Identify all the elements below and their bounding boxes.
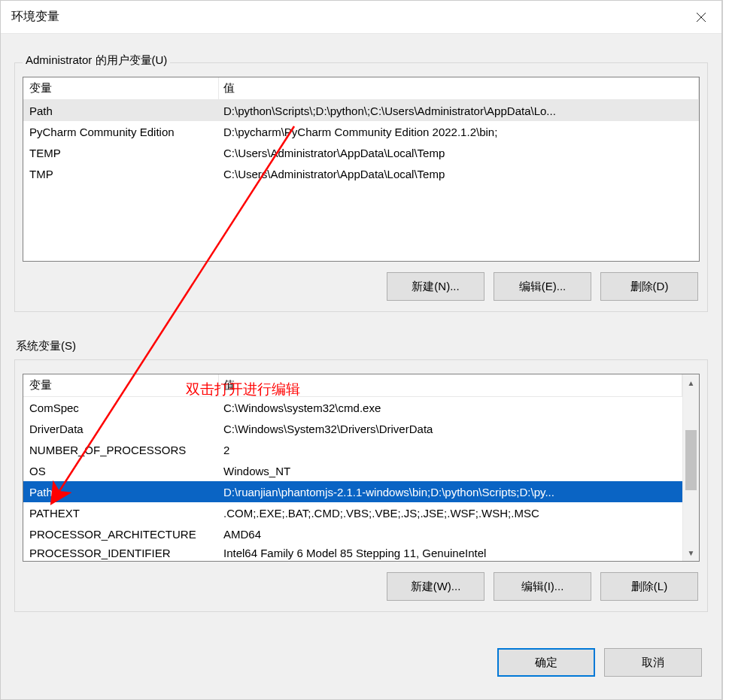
- var-value: Windows_NT: [219, 465, 682, 477]
- var-value: 2: [219, 444, 682, 456]
- var-name: Path: [23, 105, 219, 117]
- right-edge: [722, 0, 729, 700]
- scroll-track[interactable]: [683, 391, 699, 544]
- var-value: C:\Windows\system32\cmd.exe: [219, 402, 682, 414]
- table-row[interactable]: PyCharm Community Edition D:\pycharm\PyC…: [23, 121, 699, 142]
- var-name: PROCESSOR_IDENTIFIER: [23, 547, 219, 559]
- env-vars-dialog: 环境变量 Administrator 的用户变量(U) 变量 值 Path D:…: [0, 0, 722, 700]
- sys-vars-legend: 系统变量(S): [14, 339, 708, 353]
- table-row[interactable]: DriverData C:\Windows\System32\Drivers\D…: [23, 418, 682, 439]
- scroll-down-icon[interactable]: ▼: [683, 544, 699, 561]
- var-name: OS: [23, 465, 219, 477]
- sys-header-val[interactable]: 值: [219, 374, 682, 396]
- var-name: PATHEXT: [23, 507, 219, 520]
- var-name: ComSpec: [23, 402, 219, 414]
- user-vars-legend: Administrator 的用户变量(U): [23, 53, 170, 68]
- var-name: DriverData: [23, 423, 219, 435]
- table-row[interactable]: PATHEXT .COM;.EXE;.BAT;.CMD;.VBS;.VBE;.J…: [23, 502, 682, 523]
- sys-new-button[interactable]: 新建(W)...: [387, 572, 484, 601]
- var-name: PROCESSOR_ARCHITECTURE: [23, 528, 219, 541]
- sys-delete-button[interactable]: 删除(L): [600, 572, 698, 601]
- var-value: D:\python\Scripts\;D:\python\;C:\Users\A…: [219, 105, 699, 117]
- var-name: TEMP: [23, 147, 219, 159]
- dialog-buttons: 确定 取消: [14, 648, 708, 677]
- var-name: PyCharm Community Edition: [23, 126, 219, 138]
- var-name: TMP: [23, 168, 219, 180]
- table-row[interactable]: TEMP C:\Users\Administrator\AppData\Loca…: [23, 142, 699, 163]
- user-header-var[interactable]: 变量: [23, 77, 219, 99]
- table-row[interactable]: TMP C:\Users\Administrator\AppData\Local…: [23, 163, 699, 184]
- sys-vars-buttons: 新建(W)... 编辑(I)... 删除(L): [23, 572, 700, 601]
- user-vars-buttons: 新建(N)... 编辑(E)... 删除(D): [23, 272, 700, 301]
- sys-vars-group: 变量 值 ComSpec C:\Windows\system32\cmd.exe…: [14, 359, 708, 612]
- sys-scrollbar[interactable]: ▲ ▼: [682, 374, 699, 561]
- cancel-button[interactable]: 取消: [604, 648, 702, 677]
- titlebar: 环境变量: [1, 1, 721, 34]
- var-value: .COM;.EXE;.BAT;.CMD;.VBS;.VBE;.JS;.JSE;.…: [219, 507, 682, 520]
- table-row[interactable]: ComSpec C:\Windows\system32\cmd.exe: [23, 397, 682, 418]
- var-value: C:\Windows\System32\Drivers\DriverData: [219, 423, 682, 435]
- scroll-up-icon[interactable]: ▲: [683, 374, 699, 391]
- close-icon: [696, 12, 706, 23]
- var-value: AMD64: [219, 528, 682, 541]
- table-row[interactable]: PROCESSOR_IDENTIFIER Intel64 Family 6 Mo…: [23, 544, 682, 561]
- var-value: Intel64 Family 6 Model 85 Stepping 11, G…: [219, 547, 682, 559]
- dialog-content: Administrator 的用户变量(U) 变量 值 Path D:\pyth…: [1, 34, 721, 690]
- user-vars-list[interactable]: 变量 值 Path D:\python\Scripts\;D:\python\;…: [23, 77, 700, 262]
- sys-edit-button[interactable]: 编辑(I)...: [494, 572, 591, 601]
- ok-button[interactable]: 确定: [497, 648, 595, 677]
- table-row[interactable]: NUMBER_OF_PROCESSORS 2: [23, 439, 682, 460]
- close-button[interactable]: [680, 1, 721, 34]
- var-value: C:\Users\Administrator\AppData\Local\Tem…: [219, 147, 699, 159]
- scroll-thumb[interactable]: [685, 430, 697, 490]
- dialog-title: 环境变量: [11, 9, 59, 25]
- sys-vars-list[interactable]: 变量 值 ComSpec C:\Windows\system32\cmd.exe…: [23, 374, 700, 562]
- table-row-selected[interactable]: Path D:\ruanjian\phantomjs-2.1.1-windows…: [23, 481, 682, 502]
- table-row[interactable]: Path D:\python\Scripts\;D:\python\;C:\Us…: [23, 100, 699, 121]
- table-row[interactable]: OS Windows_NT: [23, 460, 682, 481]
- user-edit-button[interactable]: 编辑(E)...: [494, 272, 591, 301]
- var-name: NUMBER_OF_PROCESSORS: [23, 444, 219, 456]
- user-list-header: 变量 值: [23, 77, 699, 100]
- sys-header-var[interactable]: 变量: [23, 374, 219, 396]
- user-header-val[interactable]: 值: [219, 77, 699, 99]
- var-value: D:\pycharm\PyCharm Community Edition 202…: [219, 126, 699, 138]
- var-value: D:\ruanjian\phantomjs-2.1.1-windows\bin;…: [219, 486, 682, 498]
- user-delete-button[interactable]: 删除(D): [600, 272, 698, 301]
- user-new-button[interactable]: 新建(N)...: [387, 272, 484, 301]
- var-name: Path: [23, 486, 219, 498]
- table-row[interactable]: PROCESSOR_ARCHITECTURE AMD64: [23, 523, 682, 544]
- var-value: C:\Users\Administrator\AppData\Local\Tem…: [219, 168, 699, 180]
- sys-list-header: 变量 值: [23, 374, 682, 397]
- user-vars-group: Administrator 的用户变量(U) 变量 值 Path D:\pyth…: [14, 62, 708, 312]
